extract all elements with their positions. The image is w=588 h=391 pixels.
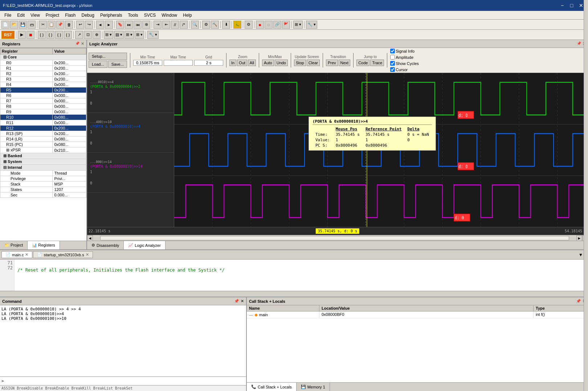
source-tab-startup[interactable]: 📄 startup_stm32f103xb.s ✕ (33, 251, 93, 258)
delete-btn[interactable]: 🗑 (65, 21, 73, 29)
mem-btn[interactable]: ▤ ▾ (114, 31, 124, 39)
la-code-btn[interactable]: Code (356, 60, 369, 66)
stop-debug-btn[interactable]: ⏹ (26, 31, 34, 39)
redo-btn[interactable]: ↪ (85, 21, 93, 29)
source-dropdown-btn[interactable]: ▼ (579, 252, 583, 257)
download-btn[interactable]: ⬇ (222, 21, 230, 29)
registers-pin-icon[interactable]: 📌 (75, 41, 79, 46)
la-zoom-in-btn[interactable]: In (229, 60, 236, 66)
la-zoom-all-btn[interactable]: All (248, 60, 256, 66)
tab-disassembly[interactable]: ⚙ Disassembly (87, 241, 124, 249)
la-pin-icon[interactable]: 📌 (577, 41, 581, 46)
uncomment-btn[interactable]: /* (180, 21, 188, 29)
la-undo-btn[interactable]: Undo (275, 60, 288, 66)
cut-btn[interactable]: ✂ (39, 21, 47, 29)
menu-peripherals[interactable]: Peripherals (97, 12, 125, 19)
la-amplitude-check[interactable]: Amplitude (390, 55, 419, 60)
tab-callstack[interactable]: 📞 Call Stack + Locals (247, 383, 297, 391)
bookmark-btn[interactable]: 🔖 (116, 21, 124, 29)
save-btn[interactable]: 💾 (19, 21, 27, 29)
tab-logic-analyzer[interactable]: 📈 Logic Analyzer (124, 241, 166, 249)
table-row[interactable]: R120x200... (0, 126, 86, 131)
rebuild-btn[interactable]: 🔨 (211, 21, 219, 29)
command-input[interactable] (5, 379, 245, 383)
jump-btn[interactable]: ↗ (75, 31, 83, 39)
build-btn[interactable]: ⚙ (202, 21, 210, 29)
la-scroll-left-btn[interactable]: ◄ (87, 235, 93, 241)
table-row[interactable]: ⊞ System (0, 159, 86, 165)
clear-bookmark-btn[interactable]: ⊗ (142, 21, 150, 29)
table-row[interactable]: ⊞ xPSR0x210... (0, 147, 86, 153)
table-row[interactable]: R110x000... (0, 120, 86, 126)
open-btn[interactable]: 📂 (10, 21, 18, 29)
maximize-button[interactable]: □ (568, 1, 576, 9)
la-save-btn[interactable]: Save... (108, 61, 127, 68)
indent-btn[interactable]: ⇥ (154, 21, 162, 29)
record-btn[interactable]: ● (256, 21, 264, 29)
table-row[interactable]: R50x200... (0, 87, 86, 93)
table-row[interactable]: R14 (LR)0x080... (0, 137, 86, 142)
table-row[interactable]: R30x200... (0, 77, 86, 82)
table-row[interactable]: R40x000... (0, 82, 86, 87)
menu-flash[interactable]: Flash (62, 12, 78, 19)
paste-btn[interactable]: 📌 (56, 21, 64, 29)
la-auto-btn[interactable]: Auto (262, 60, 274, 66)
menu-view[interactable]: View (28, 12, 43, 19)
braces2-btn[interactable]: { } (46, 31, 54, 39)
source-scrollbar-v[interactable] (584, 260, 588, 291)
la-clear-btn[interactable]: Clear (307, 60, 320, 66)
braces1-btn[interactable]: { } (38, 31, 46, 39)
tab-memory1[interactable]: 💾 Memory 1 (297, 383, 330, 391)
search-btn[interactable]: 🔍 (191, 21, 199, 29)
tab-registers[interactable]: 📊 Registers (28, 241, 60, 249)
registers-close-icon[interactable]: ✕ (81, 41, 84, 46)
table-row[interactable]: R10x200... (0, 66, 86, 71)
la-content[interactable]: ....0010)>>4 (PORTA & 0x00000004)>>2 1 0 (87, 73, 588, 227)
waveform-area[interactable]: d: 0 d: 0 d: 0 (174, 73, 588, 227)
tools2-btn[interactable]: 🔧 ▾ (306, 21, 317, 29)
save-all-btn[interactable]: 🗃 (28, 21, 36, 29)
table-row[interactable]: R15 (PC)0x080... (0, 142, 86, 147)
menu-help[interactable]: Help (180, 12, 195, 19)
table-row[interactable]: ⊞ Banked (0, 153, 86, 159)
settings-btn[interactable]: ⚙ (245, 21, 253, 29)
prev-bookmark-btn[interactable]: ⏮ (134, 21, 142, 29)
source-tab-startup-close[interactable]: ✕ (86, 252, 89, 257)
command-pin-icon[interactable]: 📌 (234, 299, 239, 304)
tab-project[interactable]: 📁 Project (0, 241, 28, 249)
la-signal-info-check[interactable]: Signal Info (390, 49, 419, 53)
table-row[interactable]: R13 (SP)0x200... (0, 131, 86, 137)
cs-pin-icon[interactable]: 📌 (576, 299, 581, 304)
menu-window[interactable]: Window (159, 12, 180, 19)
debug-btn2[interactable]: ▶ (18, 31, 26, 39)
table-row[interactable]: R100x080... (0, 115, 86, 120)
next-bookmark-btn[interactable]: ⏭ (125, 21, 133, 29)
minimize-button[interactable]: − (558, 1, 566, 9)
la-prev-btn[interactable]: Prev (326, 60, 338, 66)
menu-project[interactable]: Project (43, 12, 62, 19)
la-next-btn[interactable]: Next (339, 60, 351, 66)
table-row[interactable]: R20x200... (0, 71, 86, 77)
table-row[interactable]: R80x000... (0, 104, 86, 109)
stop-circle-btn[interactable]: ○ (265, 21, 273, 29)
menu-file[interactable]: File (1, 12, 14, 19)
unindent-btn[interactable]: ⇤ (162, 21, 170, 29)
table-row[interactable]: R70x000... (0, 98, 86, 104)
la-load-btn[interactable]: Load... (89, 61, 107, 68)
link-btn[interactable]: 🔗 (273, 21, 281, 29)
menu-debug[interactable]: Debug (79, 12, 97, 19)
la-scroll-track[interactable] (100, 236, 569, 240)
menu-svcs[interactable]: SVCS (141, 12, 159, 19)
table-row[interactable]: R60x000... (0, 93, 86, 98)
run-cursor-btn[interactable]: ⊡ (84, 31, 92, 39)
view-btn[interactable]: ⊞ ▾ (293, 21, 303, 29)
la-scroll-right-btn[interactable]: ► (576, 235, 582, 241)
debug-btn[interactable]: 🐛 (233, 21, 241, 29)
braces3-btn[interactable]: { } (55, 31, 63, 39)
menu-tools[interactable]: Tools (125, 12, 141, 19)
la-horizontal-scrollbar[interactable]: ◄ ► ⏭ (87, 235, 588, 241)
step-cursor-btn[interactable]: ⊕ (93, 31, 101, 39)
source-scrollbar-h[interactable] (0, 291, 588, 297)
wrench-btn[interactable]: 🔧 ▾ (147, 31, 159, 39)
table-row[interactable]: R90x000... (0, 109, 86, 115)
